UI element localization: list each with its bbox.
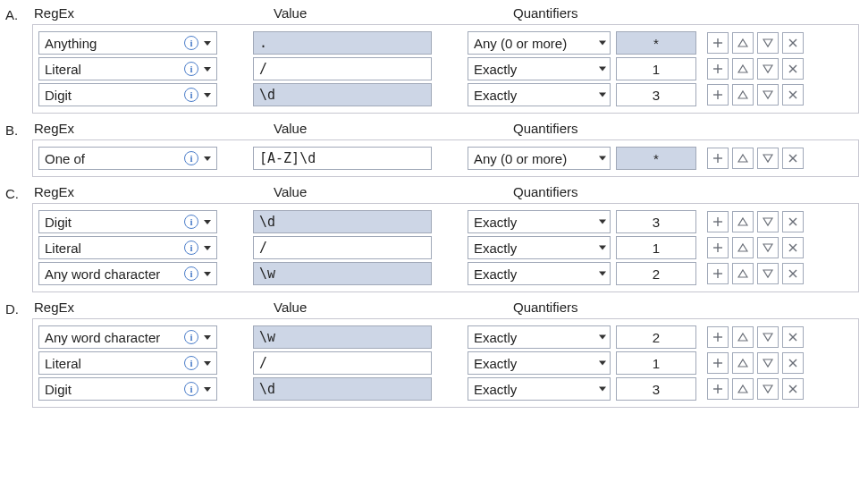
- info-icon[interactable]: i: [184, 330, 198, 344]
- info-icon[interactable]: i: [184, 215, 198, 229]
- regex-type-dropdown[interactable]: Anything i: [38, 31, 217, 55]
- delete-row-button[interactable]: [782, 148, 804, 169]
- regex-type-label: Literal: [45, 356, 184, 371]
- delete-row-button[interactable]: [782, 378, 804, 400]
- quantifier-count-input[interactable]: 3: [616, 83, 696, 106]
- quantifier-dropdown[interactable]: Exactly: [468, 325, 611, 349]
- move-up-button[interactable]: [732, 211, 754, 232]
- move-up-button[interactable]: [732, 32, 754, 54]
- value-input[interactable]: \w: [253, 262, 432, 285]
- move-down-button[interactable]: [757, 84, 779, 106]
- quantifier-dropdown[interactable]: Exactly: [468, 236, 611, 259]
- quantifier-count-input[interactable]: 2: [616, 325, 696, 349]
- header-quantifiers: Quantifiers: [513, 5, 754, 21]
- delete-row-button[interactable]: [782, 32, 804, 54]
- value-input[interactable]: \d: [253, 210, 432, 233]
- regex-type-dropdown[interactable]: Literal i: [38, 236, 217, 259]
- delete-row-button[interactable]: [782, 352, 804, 374]
- quantifier-count-input[interactable]: 2: [616, 262, 696, 285]
- regex-type-dropdown[interactable]: Digit i: [38, 377, 217, 401]
- quantifier-count-input[interactable]: *: [616, 147, 696, 170]
- value-input[interactable]: /: [253, 351, 432, 375]
- add-row-button[interactable]: [707, 211, 729, 232]
- value-input[interactable]: /: [253, 236, 432, 259]
- move-down-button[interactable]: [757, 58, 779, 80]
- quantifier-label: Any (0 or more): [474, 36, 567, 51]
- regex-type-dropdown[interactable]: Literal i: [38, 57, 217, 80]
- value-input[interactable]: \d: [253, 377, 432, 401]
- quantifier-count-input[interactable]: 3: [616, 377, 696, 401]
- regex-section: A. RegEx Value Quantifiers Anything i . …: [0, 0, 868, 115]
- quantifier-count-input[interactable]: 1: [616, 351, 696, 375]
- header-quantifiers: Quantifiers: [513, 184, 754, 199]
- info-icon[interactable]: i: [184, 36, 198, 50]
- value-text: /: [259, 240, 267, 256]
- move-down-button[interactable]: [757, 237, 779, 258]
- add-row-button[interactable]: [707, 326, 729, 348]
- info-icon[interactable]: i: [184, 151, 198, 165]
- move-up-button[interactable]: [732, 352, 754, 374]
- info-icon[interactable]: i: [184, 241, 198, 255]
- quantifier-count-input[interactable]: 1: [616, 57, 696, 80]
- info-icon[interactable]: i: [184, 382, 198, 396]
- move-up-button[interactable]: [732, 378, 754, 400]
- value-input[interactable]: .: [253, 31, 432, 55]
- column-headers: RegEx Value Quantifiers: [32, 121, 859, 136]
- info-icon[interactable]: i: [184, 88, 198, 102]
- value-input[interactable]: \d: [253, 83, 432, 106]
- add-row-button[interactable]: [707, 148, 729, 169]
- move-up-button[interactable]: [732, 237, 754, 258]
- move-up-button[interactable]: [732, 58, 754, 80]
- delete-row-button[interactable]: [782, 263, 804, 284]
- column-headers: RegEx Value Quantifiers: [32, 5, 859, 21]
- quantifier-count-input[interactable]: 1: [616, 236, 696, 259]
- quantifier-dropdown[interactable]: Exactly: [468, 262, 611, 285]
- regex-type-dropdown[interactable]: Any word character i: [38, 262, 217, 285]
- add-row-button[interactable]: [707, 32, 729, 54]
- regex-type-dropdown[interactable]: Any word character i: [38, 325, 217, 349]
- delete-row-button[interactable]: [782, 237, 804, 258]
- add-row-button[interactable]: [707, 237, 729, 258]
- quantifier-dropdown[interactable]: Exactly: [468, 83, 611, 106]
- quantifier-dropdown[interactable]: Exactly: [468, 57, 611, 80]
- regex-type-dropdown[interactable]: Digit i: [38, 210, 217, 233]
- regex-type-dropdown[interactable]: One of i: [38, 147, 217, 170]
- delete-row-button[interactable]: [782, 326, 804, 348]
- move-down-button[interactable]: [757, 148, 779, 169]
- quantifier-count-input[interactable]: *: [616, 31, 696, 55]
- delete-row-button[interactable]: [782, 84, 804, 106]
- quantifier-dropdown[interactable]: Exactly: [468, 210, 611, 233]
- value-input[interactable]: \w: [253, 325, 432, 349]
- add-row-button[interactable]: [707, 263, 729, 284]
- add-row-button[interactable]: [707, 84, 729, 106]
- value-input[interactable]: [A-Z]\d: [253, 147, 432, 170]
- add-row-button[interactable]: [707, 378, 729, 400]
- regex-type-dropdown[interactable]: Digit i: [38, 83, 217, 106]
- move-down-button[interactable]: [757, 378, 779, 400]
- move-up-button[interactable]: [732, 263, 754, 284]
- quantifier-count-input[interactable]: 3: [616, 210, 696, 233]
- move-up-button[interactable]: [732, 148, 754, 169]
- add-row-button[interactable]: [707, 58, 729, 80]
- add-row-button[interactable]: [707, 352, 729, 374]
- move-down-button[interactable]: [757, 352, 779, 374]
- regex-type-dropdown[interactable]: Literal i: [38, 351, 217, 375]
- quantifier-dropdown[interactable]: Any (0 or more): [468, 31, 611, 55]
- regex-type-label: One of: [45, 151, 184, 166]
- move-down-button[interactable]: [757, 263, 779, 284]
- delete-row-button[interactable]: [782, 211, 804, 232]
- chevron-down-icon: [204, 67, 211, 72]
- info-icon[interactable]: i: [184, 356, 198, 370]
- value-input[interactable]: /: [253, 57, 432, 80]
- move-down-button[interactable]: [757, 326, 779, 348]
- info-icon[interactable]: i: [184, 266, 198, 281]
- quantifier-dropdown[interactable]: Exactly: [468, 351, 611, 375]
- quantifier-dropdown[interactable]: Any (0 or more): [468, 147, 611, 170]
- move-down-button[interactable]: [757, 32, 779, 54]
- delete-row-button[interactable]: [782, 58, 804, 80]
- move-down-button[interactable]: [757, 211, 779, 232]
- move-up-button[interactable]: [732, 326, 754, 348]
- info-icon[interactable]: i: [184, 62, 198, 76]
- move-up-button[interactable]: [732, 84, 754, 106]
- quantifier-dropdown[interactable]: Exactly: [468, 377, 611, 401]
